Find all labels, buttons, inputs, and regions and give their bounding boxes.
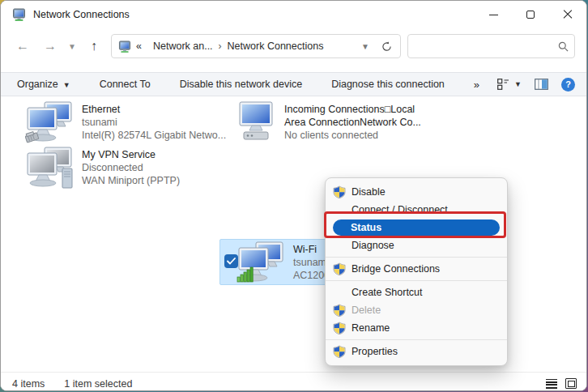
- breadcrumb-collapsed[interactable]: «: [136, 40, 142, 52]
- uac-shield-icon: [333, 304, 346, 317]
- maximize-button[interactable]: [512, 1, 549, 28]
- status-bar: 4 items 1 item selected: [1, 372, 586, 391]
- back-button[interactable]: ←: [9, 34, 36, 58]
- connection-name: My VPN Service: [82, 148, 180, 161]
- details-view-button[interactable]: [546, 379, 557, 389]
- items-count: 4 items: [12, 378, 45, 390]
- close-icon: [563, 10, 573, 19]
- navigation-bar: ← → ▼ ↑ « Network an... › Network Connec…: [1, 28, 586, 64]
- menu-item-connect-disconnect[interactable]: Connect / Disconnect: [326, 201, 507, 219]
- breadcrumb-current[interactable]: Network Connections: [228, 40, 324, 52]
- menu-item-status[interactable]: Status: [326, 219, 507, 236]
- context-menu: Disable Connect / Disconnect Status Diag…: [325, 177, 508, 366]
- breadcrumb-separator: ›: [213, 40, 228, 52]
- menu-item-rename[interactable]: Rename: [326, 319, 507, 337]
- uac-shield-icon: [333, 345, 346, 358]
- window-title: Network Connections: [33, 9, 130, 20]
- titlebar: Network Connections: [1, 1, 586, 28]
- menu-separator: [326, 257, 507, 258]
- command-toolbar: Organize▼ Connect To Disable this networ…: [1, 72, 586, 96]
- menu-item-bridge-connections[interactable]: Bridge Connections: [326, 260, 507, 278]
- maximize-icon: [526, 11, 535, 19]
- checkmark-icon: [227, 258, 236, 265]
- organize-button[interactable]: Organize▼: [17, 79, 70, 90]
- search-box[interactable]: [407, 34, 575, 58]
- network-connections-window: Network Connections ← → ▼ ↑ « Network an…: [0, 0, 587, 391]
- selection-count: 1 item selected: [64, 378, 132, 390]
- highlighted-menu-item[interactable]: Status: [333, 219, 500, 236]
- view-options-chevron-icon: ▼: [514, 80, 522, 88]
- dual-monitor-vpn-icon: [25, 147, 75, 189]
- connection-status: No clients connected: [284, 129, 421, 142]
- connection-device: WAN Miniport (PPTP): [82, 174, 180, 187]
- forward-button[interactable]: →: [36, 34, 64, 58]
- connection-item-ethernet[interactable]: .scr1{fill:url(#scrBlue)} .scr2{fill:url…: [25, 101, 226, 143]
- dual-monitor-wifi-icon: [236, 241, 287, 283]
- up-button[interactable]: ↑: [80, 34, 108, 58]
- disable-device-button[interactable]: Disable this network device: [180, 79, 302, 90]
- menu-separator: [326, 280, 507, 281]
- uac-shield-icon: [333, 322, 346, 334]
- search-input[interactable]: [408, 35, 552, 58]
- connection-status: Disconnected: [82, 161, 180, 174]
- uac-shield-icon: [333, 262, 346, 275]
- minimize-icon: [489, 15, 498, 15]
- breadcrumb-parent[interactable]: Network an...: [153, 40, 213, 52]
- preview-pane-button[interactable]: [535, 79, 548, 90]
- back-arrow-icon: ←: [16, 39, 29, 53]
- menu-separator: [326, 339, 507, 340]
- close-button[interactable]: [549, 1, 586, 28]
- large-icons-view-button[interactable]: [565, 378, 577, 389]
- address-dropdown-chevron-icon[interactable]: ▼: [353, 42, 377, 51]
- help-button[interactable]: ?: [561, 78, 575, 92]
- connection-name: Ethernet: [82, 103, 226, 116]
- menu-item-disable[interactable]: Disable: [326, 183, 507, 201]
- menu-item-create-shortcut[interactable]: Create Shortcut: [326, 283, 507, 301]
- refresh-icon: [381, 41, 392, 52]
- connection-item-vpn[interactable]: My VPN Service Disconnected WAN Miniport…: [25, 147, 180, 189]
- organize-dropdown-icon: ▼: [63, 81, 70, 89]
- connection-name: Incoming Connections□Local: [284, 103, 421, 116]
- menu-item-properties[interactable]: Properties: [326, 343, 507, 360]
- recent-pages-button[interactable]: ▼: [64, 34, 80, 58]
- connection-device: Intel(R) 82574L Gigabit Netwo...: [82, 129, 226, 142]
- address-bar[interactable]: « Network an... › Network Connections ▼: [111, 34, 401, 58]
- minimize-button[interactable]: [475, 1, 512, 28]
- connection-item-incoming[interactable]: Incoming Connections□Local Area Connecti…: [234, 101, 421, 143]
- connect-to-button[interactable]: Connect To: [100, 79, 151, 90]
- view-options-button[interactable]: ▼: [497, 79, 522, 90]
- search-icon: [558, 41, 569, 52]
- menu-item-delete[interactable]: Delete: [326, 301, 507, 319]
- network-location-icon: [118, 40, 131, 53]
- view-options-icon: [497, 79, 509, 90]
- up-arrow-icon: ↑: [91, 39, 97, 53]
- forward-arrow-icon: →: [44, 39, 57, 53]
- dual-monitor-ethernet-icon: .scr1{fill:url(#scrBlue)} .scr2{fill:url…: [25, 101, 75, 143]
- menu-item-diagnose[interactable]: Diagnose: [326, 236, 507, 254]
- recent-pages-chevron-icon: ▼: [68, 42, 76, 51]
- uac-shield-icon: [333, 185, 346, 198]
- diagnose-connection-button[interactable]: Diagnose this connection: [331, 79, 445, 90]
- monitor-incoming-connection-icon: [234, 101, 278, 143]
- connection-network: tsunami: [82, 116, 226, 129]
- connection-name-line2: Area ConnectionNetwork Co...: [284, 116, 421, 129]
- refresh-button[interactable]: [377, 41, 395, 52]
- toolbar-overflow-button[interactable]: »: [474, 79, 479, 91]
- network-monitor-icon: [12, 8, 26, 21]
